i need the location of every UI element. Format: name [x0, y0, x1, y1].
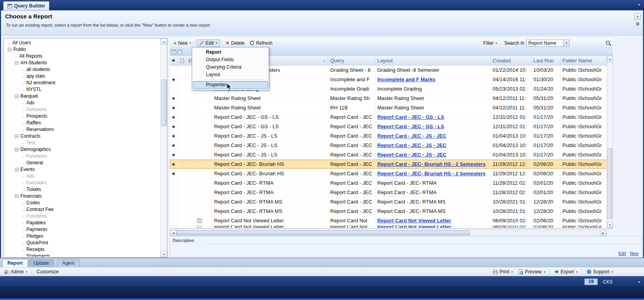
tree-item-quickprint[interactable]: –QuickPrint — [5, 240, 160, 246]
tree-item-raffles[interactable]: –Raffles — [5, 120, 160, 126]
tree-item-ah-students[interactable]: AH-Students — [5, 60, 160, 66]
tree-item-financials[interactable]: Financials — [5, 193, 160, 200]
layout-link[interactable]: Report Card Not Viewed Letter — [377, 218, 451, 224]
layout-link[interactable]: Report Card - JEC - GS - LS — [377, 124, 444, 129]
column-header-created[interactable]: Created — [491, 56, 531, 65]
scroll-down-icon[interactable]: ▼ — [161, 251, 167, 257]
refresh-button[interactable]: Refresh — [247, 39, 275, 47]
tree-item-functions[interactable]: –Functions — [5, 213, 160, 220]
tree-item-nystl[interactable]: –NYSTL — [5, 86, 160, 93]
admin-button[interactable]: Admin ▾ — [2, 268, 29, 276]
report-row[interactable]: ★Report Card - JEC - JS - LSReport Card … — [170, 131, 607, 141]
tree-item-all-users[interactable]: –All Users — [5, 40, 160, 46]
combobox-dropdown-icon[interactable]: ▾ — [563, 40, 569, 46]
tree-item-contract-fee[interactable]: –Contract Fee — [5, 206, 160, 213]
description-edit-link[interactable]: Edit — [619, 251, 626, 256]
tree-item-events[interactable]: Events — [5, 166, 160, 173]
column-header-layout[interactable]: Layout — [375, 56, 491, 65]
grid-scrollbar-thumb[interactable] — [608, 148, 612, 219]
tree-item-statements[interactable]: –Statements — [5, 253, 160, 256]
description-new-link[interactable]: New — [630, 251, 639, 256]
report-row[interactable]: Report Card - JEC- RTMA MSReport Card - … — [170, 207, 607, 216]
tree-item-all-reports[interactable]: –All Reports — [5, 53, 160, 60]
menu-item-layout[interactable]: Layout — [193, 71, 268, 78]
column-header-folder-name[interactable]: Folder Name — [560, 56, 607, 65]
tree-item-receipts[interactable]: –Receipts — [5, 246, 160, 253]
report-row[interactable]: ★Master Rating SheetRH 11BMaster Rating … — [170, 103, 607, 113]
grid-hscrollbar-thumb[interactable] — [176, 231, 470, 235]
search-icon[interactable] — [606, 40, 611, 46]
edit-button[interactable]: Edit ▾ — [197, 39, 220, 47]
export-button[interactable]: Export ▾ — [552, 268, 580, 276]
preview-button[interactable]: Preview ▾ — [517, 268, 548, 276]
tree-item-tickets[interactable]: –Tickets — [5, 186, 160, 193]
star-column-header[interactable]: ★ — [170, 56, 178, 65]
scroll-up-icon[interactable]: ▲ — [607, 56, 613, 62]
collapse-icon[interactable] — [15, 95, 18, 98]
scroll-down-icon[interactable]: ▼ — [607, 222, 613, 228]
card-view-icon[interactable] — [177, 49, 182, 54]
tree-item-functions[interactable]: –Functions — [5, 180, 160, 186]
report-row[interactable]: Report Card - JEC- RTMA MSReport Card - … — [170, 197, 607, 207]
report-row[interactable]: ★Report Card - JEC - GS - LSReport Card … — [170, 122, 607, 131]
layout-link[interactable]: Incomplete and F Marks — [377, 76, 435, 82]
tree-item-payables[interactable]: –Payables — [5, 220, 160, 226]
layout-link[interactable]: Report Card Not Viewed Letter — [377, 225, 451, 228]
delete-button[interactable]: ✕ Delete — [223, 39, 247, 47]
scroll-up-icon[interactable]: ▲ — [161, 38, 167, 45]
scroll-left-icon[interactable]: ◀ — [170, 230, 176, 236]
tree-item-payments[interactable]: –Payments — [5, 226, 160, 233]
tree-item-ads[interactable]: –Ads — [5, 100, 160, 106]
collapse-icon[interactable] — [15, 148, 18, 151]
close-button[interactable]: × — [634, 13, 641, 20]
tree-item-apy-stats[interactable]: –apy stats — [5, 73, 160, 80]
tree-item-public[interactable]: Public — [5, 46, 160, 53]
report-row[interactable]: ★Report Card - JEC- Bruriah HSReport Car… — [170, 169, 607, 178]
filter-button[interactable]: Filter ▾ — [481, 39, 500, 47]
tab-report[interactable]: Report — [2, 259, 28, 267]
report-row[interactable]: ★Report Card - JEC - JS - LSReport Card … — [170, 141, 607, 150]
column-header-query[interactable]: Query — [328, 56, 375, 65]
tab-query-builder[interactable]: Query Builder — [3, 1, 49, 10]
tree-scrollbar[interactable]: ▲ ▼ — [160, 38, 167, 257]
new-button[interactable]: + New ▾ — [171, 39, 193, 47]
search-in-combobox[interactable]: Report Name ▾ — [526, 40, 569, 47]
tree-item-functions[interactable]: –Functions — [5, 106, 160, 113]
collapse-icon[interactable] — [15, 195, 18, 198]
layout-link[interactable]: Report Card - JEC - JS - JEC — [377, 133, 446, 139]
tab-update[interactable]: Update — [29, 259, 54, 267]
tree-item-pledges[interactable]: –Pledges — [5, 233, 160, 240]
grid-view-icon[interactable] — [171, 49, 176, 54]
tab-agent[interactable]: Agent — [57, 259, 79, 267]
report-row[interactable]: ★Report Card - JEC- Bruriah HSReport Car… — [170, 160, 607, 169]
statusbar-chevron-icon[interactable]: ▾ — [638, 280, 640, 284]
column-header-last-run[interactable]: Last Run — [531, 56, 560, 65]
layout-link[interactable]: Report Card - JEC - JS - JEC — [377, 152, 446, 158]
tree-item-reservations[interactable]: –Reservations — [5, 126, 160, 133]
pin-icon[interactable] — [636, 22, 639, 25]
report-row[interactable]: Report Card Not Viewed LetterReport Card… — [170, 225, 607, 228]
menu-item-output-fields[interactable]: Output Fields — [193, 56, 268, 64]
tree-scrollbar-thumb[interactable] — [161, 80, 167, 126]
layout-link[interactable]: Report Card - JEC- Bruriah HS - 2 Semest… — [377, 161, 486, 167]
menu-item-report[interactable]: Report — [193, 49, 268, 56]
report-row[interactable]: Report Card Not Viewed LetterReport Card… — [170, 216, 607, 225]
report-row[interactable]: Report Card - JEC- RTMAReport Card - JEC… — [170, 188, 607, 197]
form-column-header[interactable] — [178, 56, 186, 65]
collapse-icon[interactable] — [8, 48, 11, 51]
grid-horizontal-scrollbar[interactable]: ◀ ▶ — [170, 230, 607, 236]
layout-link[interactable]: Report Card - JEC- Bruriah HS - 2 Semest… — [377, 171, 486, 176]
support-button[interactable]: ? Support ▾ — [585, 268, 615, 276]
tree-item-prospects[interactable]: –Prospects — [5, 113, 160, 120]
tree-item-all-students[interactable]: –all students — [5, 66, 160, 73]
grid-vertical-scrollbar[interactable]: ▲ ▼ — [607, 55, 613, 228]
tree-item-contracts[interactable]: Contracts — [5, 133, 160, 140]
collapse-icon[interactable] — [15, 61, 18, 65]
tree-item-functions[interactable]: –Functions — [5, 153, 160, 160]
report-row[interactable]: ★Report Card - JEC - GS - LSReport Card … — [170, 113, 607, 122]
tree-item-nj-enrollment[interactable]: –NJ enrollment — [5, 80, 160, 86]
menu-item-querying-criteria[interactable]: Querying Criteria — [193, 64, 268, 71]
collapse-icon[interactable] — [15, 135, 18, 138]
tree-item-ads[interactable]: –Ads — [5, 173, 160, 180]
print-button[interactable]: Print ▾ — [491, 268, 515, 276]
